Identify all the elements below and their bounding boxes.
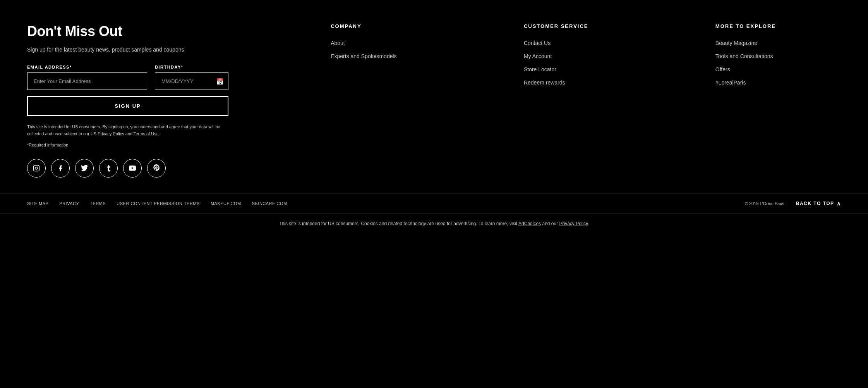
instagram-icon[interactable] bbox=[27, 159, 46, 178]
cookie-privacy-link[interactable]: Privacy Policy bbox=[559, 221, 588, 226]
nav-sections: COMPANY About Experts and Spokesmodels C… bbox=[244, 23, 841, 178]
adchoices-link[interactable]: AdChoices bbox=[518, 221, 541, 226]
footer-link-skincare[interactable]: SKINCARE.COM bbox=[252, 201, 287, 206]
footer-bottom: SITE MAP PRIVACY TERMS USER CONTENT PERM… bbox=[0, 193, 868, 214]
and-text: and bbox=[125, 131, 132, 136]
email-label: EMAIL ADDRESS* bbox=[27, 65, 147, 69]
cs-link-redeem[interactable]: Redeem rewards bbox=[524, 79, 588, 86]
footer-main: Don't Miss Out Sign up for the latest be… bbox=[0, 0, 868, 193]
chevron-up-icon: ∧ bbox=[837, 200, 841, 207]
birthday-label: BIRTHDAY* bbox=[155, 65, 184, 69]
footer-link-terms[interactable]: TERMS bbox=[90, 201, 106, 206]
terms-of-use-link[interactable]: Terms of Use bbox=[134, 131, 159, 136]
explore-link-loreal[interactable]: #LorealParis bbox=[715, 79, 777, 86]
footer-link-user-content[interactable]: USER CONTENT PERMISSION TERMS bbox=[117, 201, 200, 206]
required-info: *Required information bbox=[27, 143, 228, 147]
youtube-icon[interactable] bbox=[123, 159, 142, 178]
form-labels: EMAIL ADDRESS* BIRTHDAY* bbox=[27, 65, 228, 69]
cs-link-contact[interactable]: Contact Us bbox=[524, 40, 588, 46]
twitter-icon[interactable] bbox=[75, 159, 94, 178]
birthday-input[interactable] bbox=[155, 72, 228, 90]
cs-link-account[interactable]: My Account bbox=[524, 53, 588, 59]
facebook-icon[interactable] bbox=[51, 159, 70, 178]
company-link-experts[interactable]: Experts and Spokesmodels bbox=[331, 53, 396, 59]
tumblr-icon[interactable] bbox=[99, 159, 118, 178]
birthday-input-wrapper: 📅 bbox=[155, 72, 228, 90]
svg-point-1 bbox=[35, 167, 38, 169]
cookie-and: and our bbox=[542, 221, 558, 226]
disclaimer-text: This site is intended for US consumers. … bbox=[27, 124, 225, 137]
cookie-notice-text: This site is intended for US consumers. … bbox=[27, 220, 841, 227]
privacy-policy-link[interactable]: Privacy Policy bbox=[98, 131, 124, 136]
newsletter-section: Don't Miss Out Sign up for the latest be… bbox=[27, 23, 228, 178]
customer-service-title: CUSTOMER SERVICE bbox=[524, 23, 588, 29]
email-input-wrapper bbox=[27, 72, 147, 90]
social-icons bbox=[27, 159, 228, 178]
svg-point-2 bbox=[38, 166, 38, 167]
footer-link-makeup[interactable]: MAKEUP.COM bbox=[211, 201, 241, 206]
copyright-text: © 2019 L'Oréal Paris bbox=[745, 201, 784, 206]
newsletter-subtitle: Sign up for the latest beauty news, prod… bbox=[27, 46, 228, 54]
email-input[interactable] bbox=[27, 72, 147, 90]
newsletter-title: Don't Miss Out bbox=[27, 23, 228, 40]
footer-link-sitemap[interactable]: SITE MAP bbox=[27, 201, 48, 206]
footer-link-privacy[interactable]: PRIVACY bbox=[59, 201, 79, 206]
company-title: COMPANY bbox=[331, 23, 396, 29]
pinterest-icon[interactable] bbox=[147, 159, 166, 178]
footer-links: SITE MAP PRIVACY TERMS USER CONTENT PERM… bbox=[27, 201, 745, 206]
signup-button[interactable]: SIGN UP bbox=[27, 96, 228, 116]
svg-rect-0 bbox=[34, 166, 39, 171]
form-inputs: 📅 bbox=[27, 72, 228, 90]
back-to-top-button[interactable]: BACK TO TOP ∧ bbox=[796, 200, 841, 207]
more-to-explore-title: MORE TO EXPLORE bbox=[715, 23, 777, 29]
back-to-top-label: BACK TO TOP bbox=[796, 201, 834, 206]
cookie-notice-prefix: This site is intended for US consumers. … bbox=[279, 221, 517, 226]
customer-service-column: CUSTOMER SERVICE Contact Us My Account S… bbox=[524, 23, 588, 178]
more-to-explore-column: MORE TO EXPLORE Beauty Magazine Tools an… bbox=[715, 23, 777, 178]
footer-right: © 2019 L'Oréal Paris BACK TO TOP ∧ bbox=[745, 200, 841, 207]
company-link-about[interactable]: About bbox=[331, 40, 396, 46]
explore-link-beauty[interactable]: Beauty Magazine bbox=[715, 40, 777, 46]
company-column: COMPANY About Experts and Spokesmodels bbox=[331, 23, 396, 178]
cs-link-store[interactable]: Store Locator bbox=[524, 66, 588, 72]
explore-link-tools[interactable]: Tools and Consultations bbox=[715, 53, 777, 59]
explore-link-offers[interactable]: Offers bbox=[715, 66, 777, 72]
cookie-bar: This site is intended for US consumers. … bbox=[0, 214, 868, 233]
